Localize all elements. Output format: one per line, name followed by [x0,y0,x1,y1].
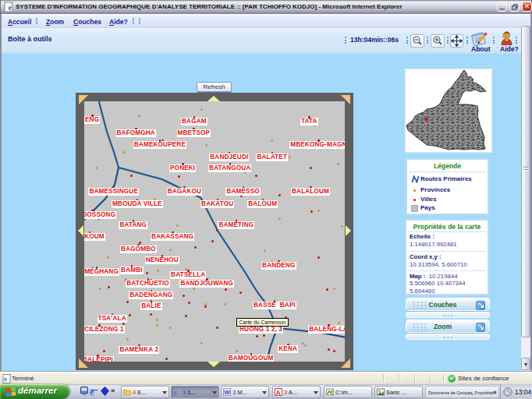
svg-text:A: A [276,389,281,397]
svg-text:e: e [4,375,7,383]
svg-text:W: W [224,389,230,396]
svg-text:e: e [173,388,177,396]
svg-text:e: e [9,3,12,12]
svg-text:e: e [90,387,94,396]
